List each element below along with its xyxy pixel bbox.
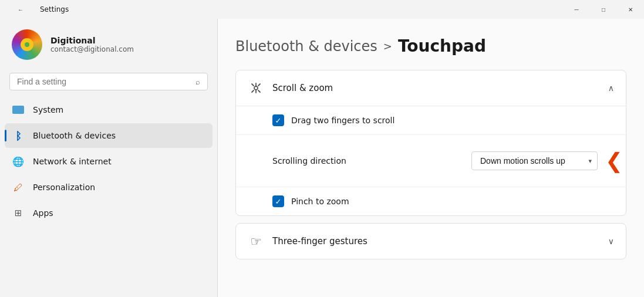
section-three-finger-chevron: ∨	[608, 237, 614, 246]
close-icon: ✕	[628, 6, 633, 13]
checkbox-pinch-zoom[interactable]: ✓	[272, 195, 284, 207]
scroll-zoom-icon	[248, 80, 264, 96]
section-scroll-zoom: Scroll & zoom ∧ ✓ Drag two fingers to sc…	[235, 70, 626, 216]
label-pinch-zoom: Pinch to zoom	[291, 197, 349, 206]
sidebar-item-label-system: System	[33, 105, 63, 114]
user-profile: Digitional contact@digitional.com	[0, 19, 217, 70]
breadcrumb-current: Touchpad	[398, 36, 486, 56]
orange-chevron-decoration: ❮	[602, 143, 626, 178]
search-icon: ⌕	[195, 77, 200, 86]
setting-drag-two-fingers: ✓ Drag two fingers to scroll	[236, 106, 626, 135]
close-button[interactable]: ✕	[617, 0, 644, 19]
maximize-icon: □	[602, 6, 605, 13]
sidebar: Digitional contact@digitional.com ⌕ Syst…	[0, 19, 217, 297]
scrolling-direction-right: Down motion scrolls up Down motion scrol…	[471, 143, 626, 178]
sidebar-item-personalization[interactable]: 🖊 Personalization	[5, 175, 213, 200]
section-three-finger: ☞ Three-finger gestures ∨	[235, 223, 626, 259]
minimize-icon: ─	[574, 6, 578, 13]
sidebar-scroll-area[interactable]: System ᛒ Bluetooth & devices 🌐 Network &…	[0, 97, 217, 291]
sidebar-item-bluetooth[interactable]: ᛒ Bluetooth & devices	[5, 123, 213, 148]
titlebar-title: Settings	[40, 5, 69, 14]
sidebar-item-network[interactable]: 🌐 Network & internet	[5, 149, 213, 174]
sidebar-item-label-bluetooth: Bluetooth & devices	[33, 131, 116, 140]
label-drag-two-fingers: Drag two fingers to scroll	[291, 116, 395, 125]
breadcrumb: Bluetooth & devices > Touchpad	[235, 36, 626, 56]
maximize-button[interactable]: □	[590, 0, 617, 19]
system-icon	[12, 103, 25, 116]
section-three-finger-title: Three-finger gestures	[272, 236, 367, 247]
dropdown-scrolling-direction[interactable]: Down motion scrolls up Down motion scrol…	[471, 151, 598, 170]
three-finger-icon: ☞	[248, 233, 264, 249]
titlebar-controls: ─ □ ✕	[563, 0, 644, 19]
checkbox-drag-wrap: ✓ Drag two fingers to scroll	[272, 114, 395, 126]
setting-pinch-zoom: ✓ Pinch to zoom	[236, 187, 626, 215]
apps-icon: ⊞	[12, 207, 25, 220]
user-email: contact@digitional.com	[50, 45, 134, 53]
scrolling-direction-select[interactable]: Down motion scrolls up Down motion scrol…	[471, 151, 598, 170]
main-content: Bluetooth & devices > Touchpad Scroll & …	[218, 19, 644, 297]
nav-list: System ᛒ Bluetooth & devices 🌐 Network &…	[0, 97, 217, 225]
app-body: Digitional contact@digitional.com ⌕ Syst…	[0, 19, 644, 297]
back-icon: ←	[18, 6, 23, 13]
avatar-dot	[25, 42, 29, 47]
checkbox-drag-two-fingers[interactable]: ✓	[272, 114, 284, 126]
section-scroll-zoom-chevron: ∧	[608, 83, 614, 93]
sidebar-item-system[interactable]: System	[5, 97, 213, 122]
breadcrumb-separator: >	[383, 40, 392, 52]
sidebar-item-label-personalization: Personalization	[33, 183, 95, 192]
search-input[interactable]	[17, 77, 191, 86]
section-three-finger-header-left: ☞ Three-finger gestures	[248, 233, 367, 249]
sidebar-item-label-apps: Apps	[33, 208, 53, 218]
back-button[interactable]: ←	[7, 0, 34, 19]
setting-scrolling-direction: Scrolling direction Down motion scrolls …	[236, 135, 626, 187]
sidebar-item-apps[interactable]: ⊞ Apps	[5, 201, 213, 225]
minimize-button[interactable]: ─	[563, 0, 590, 19]
network-icon: 🌐	[12, 155, 25, 168]
section-scroll-zoom-header-left: Scroll & zoom	[248, 80, 333, 96]
titlebar-left: ← Settings	[7, 0, 69, 19]
svg-point-0	[254, 86, 258, 90]
user-name: Digitional	[50, 36, 134, 45]
section-scroll-zoom-title: Scroll & zoom	[272, 83, 333, 93]
section-three-finger-header[interactable]: ☞ Three-finger gestures ∨	[236, 224, 626, 259]
sidebar-item-label-network: Network & internet	[33, 157, 112, 166]
avatar	[12, 29, 42, 60]
checkmark-pinch: ✓	[275, 197, 282, 206]
personalization-icon: 🖊	[12, 181, 25, 194]
breadcrumb-parent: Bluetooth & devices	[235, 38, 377, 55]
search-box[interactable]: ⌕	[9, 73, 208, 90]
titlebar: ← Settings ─ □ ✕	[0, 0, 644, 19]
section-scroll-zoom-content: ✓ Drag two fingers to scroll Scrolling d…	[236, 106, 626, 215]
checkbox-pinch-wrap: ✓ Pinch to zoom	[272, 195, 349, 207]
bluetooth-icon: ᛒ	[12, 129, 25, 142]
search-wrapper: ⌕	[0, 70, 217, 97]
user-info: Digitional contact@digitional.com	[50, 36, 134, 53]
section-scroll-zoom-header[interactable]: Scroll & zoom ∧	[236, 70, 626, 106]
checkmark-drag: ✓	[275, 116, 282, 125]
label-scrolling-direction: Scrolling direction	[272, 156, 346, 166]
